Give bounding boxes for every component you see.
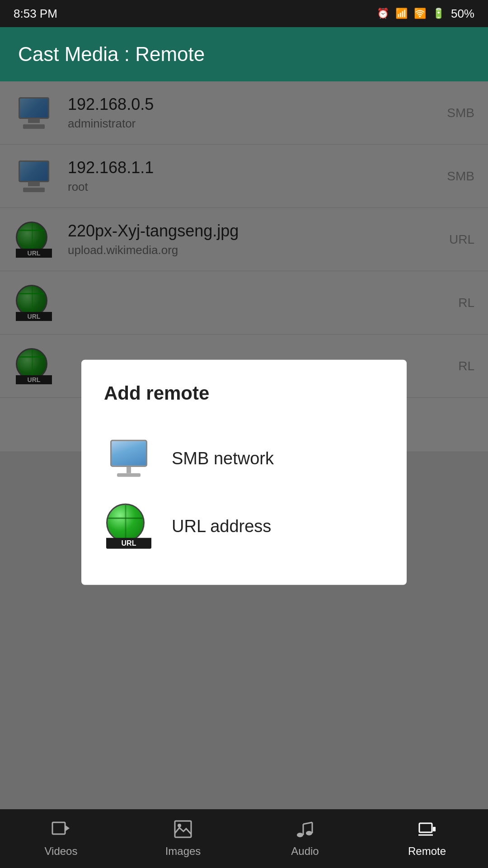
- signal-icon: 📶: [395, 8, 408, 19]
- app-title: Cast Media : Remote: [18, 43, 205, 66]
- images-icon: [174, 820, 192, 841]
- battery-icon: 🔋: [432, 8, 445, 19]
- svg-point-4: [297, 833, 303, 837]
- images-label: Images: [165, 845, 201, 858]
- url-option[interactable]: URL URL address: [104, 495, 384, 558]
- svg-rect-9: [419, 823, 432, 832]
- videos-label: Videos: [45, 845, 78, 858]
- svg-marker-1: [65, 825, 70, 831]
- alarm-icon: ⏰: [377, 8, 389, 19]
- remote-icon: [418, 820, 436, 841]
- nav-audio[interactable]: Audio: [244, 813, 366, 864]
- smb-option-label: SMB network: [172, 448, 274, 468]
- dialog-title: Add remote: [104, 382, 384, 404]
- smb-network-icon: [104, 436, 154, 481]
- nav-videos[interactable]: Videos: [0, 813, 122, 864]
- svg-rect-0: [52, 822, 65, 834]
- add-remote-dialog: Add remote SMB network URL URL address: [81, 360, 407, 585]
- status-icons: ⏰ 📶 🛜 🔋 50%: [377, 7, 474, 21]
- svg-point-5: [306, 831, 312, 835]
- status-time: 8:53 PM: [14, 7, 57, 21]
- svg-rect-11: [433, 827, 436, 831]
- url-option-label: URL address: [172, 516, 271, 536]
- status-bar: 8:53 PM ⏰ 📶 🛜 🔋 50%: [0, 0, 488, 27]
- videos-icon: [52, 820, 70, 841]
- audio-icon: [296, 820, 314, 841]
- nav-remote[interactable]: Remote: [366, 813, 488, 864]
- svg-line-8: [303, 822, 312, 824]
- remote-label: Remote: [408, 845, 446, 858]
- audio-label: Audio: [291, 845, 319, 858]
- bottom-nav: Videos Images Audio: [0, 809, 488, 868]
- wifi-icon: 🛜: [414, 8, 426, 19]
- battery-percent: 50%: [451, 7, 474, 21]
- url-address-icon: URL: [104, 504, 154, 549]
- nav-images[interactable]: Images: [122, 813, 244, 864]
- svg-rect-2: [175, 821, 191, 837]
- svg-point-3: [178, 824, 181, 827]
- main-content: 192.168.0.5 administrator SMB 192.168.1.…: [0, 81, 488, 809]
- app-bar: Cast Media : Remote: [0, 27, 488, 81]
- smb-option[interactable]: SMB network: [104, 427, 384, 490]
